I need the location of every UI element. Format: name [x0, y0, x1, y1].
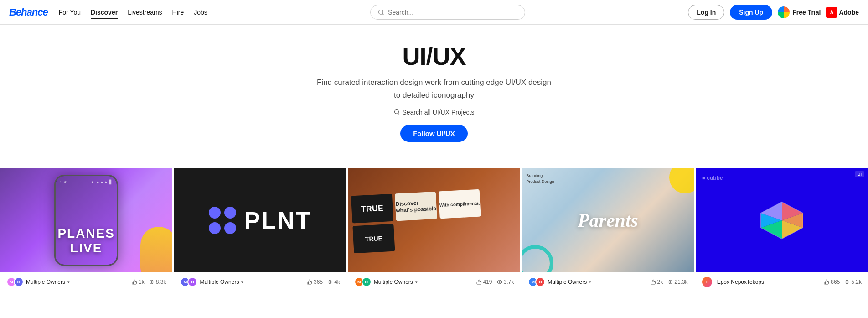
- likes-stat-4: 865: [824, 279, 840, 285]
- hero-search-text: Search all UI/UX Projects: [403, 109, 475, 116]
- stats-4: 865 5.2k: [824, 279, 862, 285]
- avatar-stack-2: M O: [354, 277, 372, 287]
- hero-search-link[interactable]: Search all UI/UX Projects: [394, 109, 475, 116]
- likes-stat-2: 419: [476, 279, 492, 285]
- owner-label-4[interactable]: Epox NepoxTekops: [717, 279, 764, 285]
- stats-0: 1k 8.3k: [132, 279, 166, 285]
- like-count-0: 1k: [139, 279, 145, 285]
- search-input[interactable]: [388, 9, 517, 16]
- gallery-item-2: TRUE Discoverwhat's possible With compli…: [348, 168, 522, 287]
- true-card-dark-1: TRUE: [351, 194, 393, 224]
- plnt-logo: PLNT: [209, 207, 312, 234]
- search-bar[interactable]: [370, 5, 525, 20]
- behance-logo[interactable]: Behance: [9, 6, 48, 18]
- adobe-icon: A: [826, 7, 837, 18]
- nav-item-foryou[interactable]: For You: [59, 8, 81, 16]
- nav-links: For You Discover Livestreams Hire Jobs: [59, 8, 207, 16]
- avatar-stack-3: M O: [528, 277, 545, 287]
- views-stat-0: 8.3k: [149, 279, 166, 285]
- gallery-thumb-0[interactable]: 9:41 ▲ ▲▲▲ ▊ PLANESLIVE: [0, 168, 172, 272]
- phone-status-bar: 9:41 ▲ ▲▲▲ ▊: [60, 180, 112, 184]
- view-icon-4: [844, 279, 850, 285]
- plnt-dots: [209, 207, 236, 234]
- gallery-thumb-1[interactable]: PLNT: [174, 168, 346, 272]
- plnt-dot-1: [209, 207, 221, 219]
- like-icon-1: [307, 279, 312, 285]
- free-trial-badge[interactable]: Free Trial: [778, 6, 821, 18]
- gallery-item-1: PLNT M O Multiple Owners ▾ 365 4k: [174, 168, 347, 287]
- gallery-thumb-2[interactable]: TRUE Discoverwhat's possible With compli…: [348, 168, 520, 272]
- nav-item-livestreams[interactable]: Livestreams: [128, 8, 162, 16]
- navbar-actions: Log In Sign Up Free Trial A Adobe: [688, 5, 859, 20]
- adobe-logo[interactable]: A Adobe: [826, 7, 859, 18]
- avatar-1: O: [14, 277, 24, 287]
- plnt-dot-2: [224, 207, 236, 219]
- nav-link-foryou[interactable]: For You: [59, 9, 81, 18]
- owner-section-3: M O Multiple Owners ▾: [528, 277, 591, 287]
- search-icon: [378, 9, 384, 16]
- view-icon-0: [149, 279, 155, 285]
- hero-title: UI/UX: [9, 43, 859, 70]
- likes-stat-0: 1k: [132, 279, 145, 285]
- view-count-3: 21.3k: [674, 279, 687, 285]
- plnt-dot-3: [209, 222, 221, 234]
- free-trial-icon: [778, 6, 790, 18]
- svg-point-6: [499, 282, 500, 283]
- hero-section: UI/UX Find curated interaction design wo…: [0, 25, 868, 156]
- nav-item-discover[interactable]: Discover: [91, 8, 118, 16]
- views-stat-3: 21.3k: [667, 279, 687, 285]
- gallery: 9:41 ▲ ▲▲▲ ▊ PLANESLIVE M O Multiple Own…: [0, 156, 868, 287]
- plnt-text: PLNT: [244, 207, 312, 234]
- follow-button[interactable]: Follow UI/UX: [400, 125, 468, 142]
- view-count-1: 4k: [334, 279, 340, 285]
- plnt-dot-4: [224, 222, 236, 234]
- info-bar-1: M O Multiple Owners ▾ 365 4k: [174, 272, 346, 287]
- nav-link-discover[interactable]: Discover: [91, 9, 118, 19]
- owner-label-0[interactable]: Multiple Owners: [26, 279, 65, 285]
- like-count-4: 865: [831, 279, 840, 285]
- likes-stat-3: 2k: [651, 279, 663, 285]
- view-count-4: 5.2k: [851, 279, 862, 285]
- planes-live-text: PLANESLIVE: [56, 226, 117, 255]
- corn-decoration: [140, 227, 172, 272]
- owner-section-4: E Epox NepoxTekops: [702, 277, 764, 287]
- svg-line-1: [382, 13, 384, 15]
- avatar-stack-1: M O: [180, 277, 197, 287]
- gallery-item-3: Branding Product Design Parents M O Mult…: [522, 168, 695, 287]
- svg-point-15: [847, 282, 848, 283]
- navbar: Behance For You Discover Livestreams Hir…: [0, 0, 868, 25]
- search-area: [207, 5, 688, 20]
- nav-link-jobs[interactable]: Jobs: [194, 9, 207, 18]
- gallery-thumb-4[interactable]: UI ■ cubbe: [696, 168, 868, 272]
- nav-link-hire[interactable]: Hire: [172, 9, 184, 18]
- parents-content: Branding Product Design Parents: [522, 168, 694, 272]
- info-bar-3: M O Multiple Owners ▾ 2k 21.3k: [522, 272, 694, 287]
- nav-item-hire[interactable]: Hire: [172, 8, 184, 16]
- nav-link-livestreams[interactable]: Livestreams: [128, 9, 162, 18]
- view-icon-2: [497, 279, 502, 285]
- owner-label-2[interactable]: Multiple Owners: [374, 279, 413, 285]
- free-trial-label: Free Trial: [792, 9, 821, 16]
- caret-icon-0: ▾: [67, 280, 70, 284]
- avatar-3: O: [187, 277, 197, 287]
- avatar-7: O: [535, 277, 545, 287]
- info-bar-0: M O Multiple Owners ▾ 1k 8.3k: [0, 272, 172, 287]
- owner-label-1[interactable]: Multiple Owners: [200, 279, 239, 285]
- view-count-0: 8.3k: [156, 279, 166, 285]
- views-stat-4: 5.2k: [844, 279, 862, 285]
- stats-3: 2k 21.3k: [651, 279, 688, 285]
- signup-button[interactable]: Sign Up: [730, 5, 772, 20]
- hero-subtitle: Find curated interaction design work fro…: [9, 76, 859, 101]
- gallery-thumb-3[interactable]: Branding Product Design Parents: [522, 168, 694, 272]
- like-icon-2: [476, 279, 482, 285]
- svg-point-7: [670, 282, 671, 283]
- cubbe-logo: ■ cubbe: [702, 175, 723, 181]
- login-button[interactable]: Log In: [688, 5, 724, 20]
- parents-badge: Branding Product Design: [526, 173, 554, 184]
- svg-point-4: [151, 282, 152, 283]
- stats-2: 419 3.7k: [476, 279, 514, 285]
- nav-item-jobs[interactable]: Jobs: [194, 8, 207, 16]
- owner-label-3[interactable]: Multiple Owners: [548, 279, 587, 285]
- owner-avatar-named: E: [702, 277, 712, 287]
- views-stat-2: 3.7k: [497, 279, 514, 285]
